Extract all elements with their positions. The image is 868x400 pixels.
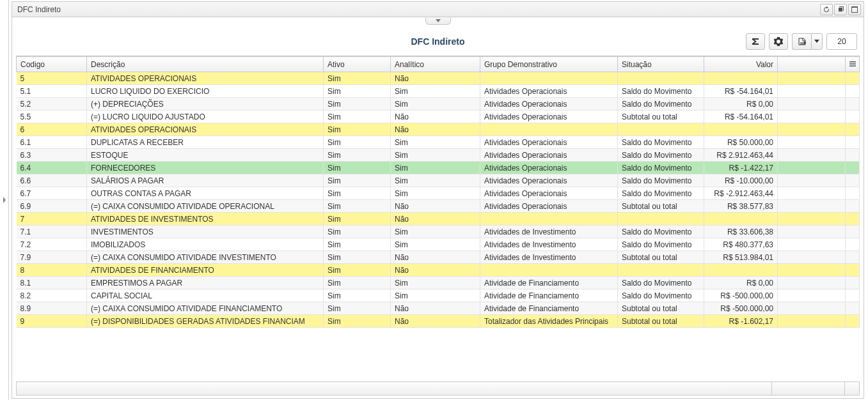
table-row[interactable]: 5ATIVIDADES OPERACIONAISSimNão: [17, 72, 860, 85]
table-row[interactable]: 6.7OUTRAS CONTAS A PAGARSimSimAtividades…: [17, 187, 860, 200]
report-panel: DFC Indireto DFC Indireto: [12, 1, 864, 399]
cell-analitico: Não: [391, 315, 480, 328]
cell-situacao: [618, 72, 704, 85]
sum-button[interactable]: [746, 33, 765, 50]
cell-spacer: [778, 213, 846, 226]
cell-ativo: Sim: [324, 251, 391, 264]
cell-grupo: Atividades Operacionais: [480, 136, 618, 149]
cell-codigo: 6.7: [17, 187, 87, 200]
cell-grupo: Atividade de Financiamento: [480, 289, 618, 302]
cell-situacao: Subtotal ou total: [618, 315, 704, 328]
cell-valor: R$ 2.912.463,44: [704, 149, 778, 162]
cell-analitico: Sim: [391, 277, 480, 289]
cell-spacer: [778, 200, 846, 213]
window-refresh-button[interactable]: [820, 4, 833, 15]
cell-situacao: Saldo do Movimento: [618, 174, 704, 187]
table-row[interactable]: 6.6SALÁRIOS A PAGARSimSimAtividades Oper…: [17, 174, 860, 187]
cell-descricao: IMOBILIZADOS: [87, 238, 324, 251]
table-row[interactable]: 8.9(=) CAIXA CONSUMIDO ATIVIDADE FINANCI…: [17, 302, 860, 315]
table-row[interactable]: 9(=) DISPONIBILIDADES GERADAS ATIVIDADES…: [17, 315, 860, 328]
cell-spacer: [778, 85, 846, 98]
table-row[interactable]: 6ATIVIDADES OPERACIONAISSimNão: [17, 123, 860, 136]
cell-spacer: [778, 98, 846, 111]
cell-codigo: 6.9: [17, 200, 87, 213]
cell-ativo: Sim: [324, 277, 391, 289]
cell-ativo: Sim: [324, 213, 391, 226]
sidebar-expand-handle[interactable]: [0, 0, 9, 400]
cell-menu: [846, 149, 860, 162]
col-header-situacao[interactable]: Situação: [618, 57, 704, 72]
cell-situacao: [618, 264, 704, 277]
settings-button[interactable]: [769, 33, 788, 50]
col-header-ativo[interactable]: Ativo: [324, 57, 391, 72]
table-row[interactable]: 7.1INVESTIMENTOSSimSimAtividades de Inve…: [17, 226, 860, 238]
col-header-analitico[interactable]: Analítico: [391, 57, 480, 72]
cell-codigo: 9: [17, 315, 87, 328]
cell-menu: [846, 123, 860, 136]
cell-analitico: Sim: [391, 238, 480, 251]
cell-menu: [846, 162, 860, 174]
cell-menu: [846, 174, 860, 187]
cell-menu: [846, 315, 860, 328]
table-row[interactable]: 7ATIVIDADES DE INVESTIMENTOSSimNão: [17, 213, 860, 226]
table-row[interactable]: 5.1LUCRO LIQUIDO DO EXERCICIOSimSimAtivi…: [17, 85, 860, 98]
cell-ativo: Sim: [324, 200, 391, 213]
cell-menu: [846, 213, 860, 226]
table-row[interactable]: 5.2(+) DEPRECIAÇÕESSimSimAtividades Oper…: [17, 98, 860, 111]
cell-ativo: Sim: [324, 149, 391, 162]
cell-valor: R$ -1.602,17: [704, 315, 778, 328]
table-row[interactable]: 8ATIVIDADES DE FINANCIAMENTOSimNão: [17, 264, 860, 277]
window-restore-button[interactable]: [834, 4, 847, 15]
cell-codigo: 6: [17, 123, 87, 136]
cell-descricao: (=) CAIXA CONSUMIDO ATIVIDADE FINANCIAME…: [87, 302, 324, 315]
cell-situacao: Saldo do Movimento: [618, 136, 704, 149]
cell-descricao: DUPLICATAS A RECEBER: [87, 136, 324, 149]
cell-spacer: [778, 187, 846, 200]
col-header-codigo[interactable]: Codigo: [17, 57, 87, 72]
cell-descricao: (=) LUCRO LIQUIDO AJUSTADO: [87, 111, 324, 123]
table-row[interactable]: 7.9(=) CAIXA CONSUMIDO ATIVIDADE INVESTI…: [17, 251, 860, 264]
col-header-spacer: [778, 57, 846, 72]
cell-grupo: Atividades Operacionais: [480, 174, 618, 187]
cell-grupo: Atividades Operacionais: [480, 162, 618, 174]
cell-spacer: [778, 111, 846, 123]
col-header-grupo[interactable]: Grupo Demonstrativo: [480, 57, 618, 72]
cell-analitico: Sim: [391, 85, 480, 98]
cell-spacer: [778, 315, 846, 328]
cell-spacer: [778, 174, 846, 187]
cell-spacer: [778, 136, 846, 149]
cell-analitico: Não: [391, 264, 480, 277]
grid-menu-button[interactable]: [846, 57, 860, 72]
table-row[interactable]: 7.2IMOBILIZADOSSimSimAtividades de Inves…: [17, 238, 860, 251]
table-row[interactable]: 5.5(=) LUCRO LIQUIDO AJUSTADOSimNãoAtivi…: [17, 111, 860, 123]
cell-situacao: Saldo do Movimento: [618, 98, 704, 111]
table-row[interactable]: 6.9(=) CAIXA CONSUMIDO ATIVIDADE OPERACI…: [17, 200, 860, 213]
table-row[interactable]: 6.3ESTOQUESimSimAtividades OperacionaisS…: [17, 149, 860, 162]
cell-codigo: 5.2: [17, 98, 87, 111]
col-header-valor[interactable]: Valor: [704, 57, 778, 72]
table-row[interactable]: 8.2CAPITAL SOCIALSimSimAtividade de Fina…: [17, 289, 860, 302]
cell-grupo: Atividade de Financiamento: [480, 277, 618, 289]
cell-ativo: Sim: [324, 238, 391, 251]
cell-spacer: [778, 251, 846, 264]
cell-ativo: Sim: [324, 187, 391, 200]
cell-spacer: [778, 238, 846, 251]
table-row[interactable]: 6.1DUPLICATAS A RECEBERSimSimAtividades …: [17, 136, 860, 149]
export-dropdown-button[interactable]: [811, 33, 823, 50]
cell-codigo: 8: [17, 264, 87, 277]
cell-valor: [704, 264, 778, 277]
table-row[interactable]: 8.1EMPRESTIMOS A PAGARSimSimAtividade de…: [17, 277, 860, 289]
table-row[interactable]: 6.4FORNECEDORESSimSimAtividades Operacio…: [17, 162, 860, 174]
cell-analitico: Sim: [391, 289, 480, 302]
window-maximize-button[interactable]: [848, 4, 861, 15]
cell-valor: R$ -54.164,01: [704, 85, 778, 98]
panel-collapse-handle[interactable]: [425, 17, 451, 25]
cell-valor: [704, 72, 778, 85]
cell-menu: [846, 251, 860, 264]
page-size-input[interactable]: [826, 33, 857, 50]
cell-valor: R$ 480.377,63: [704, 238, 778, 251]
cell-analitico: Sim: [391, 98, 480, 111]
col-header-descricao[interactable]: Descrição: [87, 57, 324, 72]
cell-descricao: (=) CAIXA CONSUMIDO ATIVIDADE INVESTIMEN…: [87, 251, 324, 264]
export-button[interactable]: [792, 33, 811, 50]
